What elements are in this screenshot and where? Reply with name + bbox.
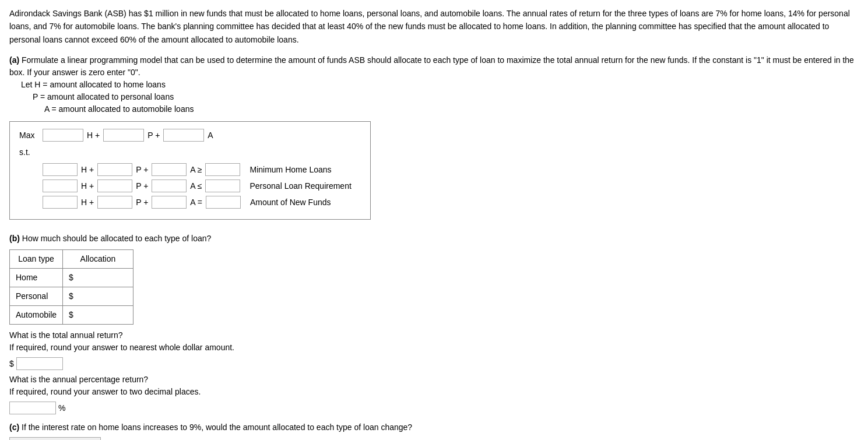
max-p-coeff[interactable] — [103, 129, 144, 142]
a-label: A — [208, 129, 213, 142]
c1-p-coeff[interactable] — [97, 163, 132, 176]
part-b-section: (b) How much should be allocated to each… — [9, 233, 859, 414]
lp-model-box: Max H + P + A s.t. H + P + A ≥ Minimum H… — [9, 121, 371, 220]
percent-return-input[interactable] — [9, 402, 56, 414]
c1-rhs[interactable] — [205, 163, 240, 176]
answer-select[interactable]: - Select your answer - Yes No — [9, 437, 101, 440]
table-header-row: Loan type Allocation — [10, 250, 133, 269]
loan-type-automobile: Automobile — [10, 306, 63, 325]
let-a: A = amount allocated to automobile loans — [44, 103, 859, 115]
c3-p-coeff[interactable] — [97, 196, 132, 209]
c2-a-coeff[interactable] — [152, 179, 187, 192]
part-b-header: (b) How much should be allocated to each… — [9, 233, 859, 245]
c2-h-coeff[interactable] — [43, 179, 78, 192]
percent-symbol: % — [58, 402, 65, 414]
dollar-sign-1: $ — [9, 358, 14, 370]
c2-p-coeff[interactable] — [97, 179, 132, 192]
total-return-input[interactable] — [16, 357, 63, 370]
c3-h-coeff[interactable] — [43, 196, 78, 209]
loan-allocation-table: Loan type Allocation Home $ Personal $ — [9, 249, 133, 325]
max-h-coeff[interactable] — [43, 129, 83, 142]
let-h: Let H = amount allocated to home loans — [21, 79, 859, 91]
constraint-row-2: H + P + A ≤ Personal Loan Requirement — [19, 179, 361, 192]
max-a-coeff[interactable] — [163, 129, 204, 142]
max-label: Max — [19, 129, 40, 142]
constraint-row-3: H + P + A = Amount of New Funds — [19, 196, 361, 209]
c2-rhs[interactable] — [205, 179, 240, 192]
round-note-2: If required, round your answer to two de… — [9, 386, 859, 398]
part-c-section: (c) If the interest rate on home loans i… — [9, 421, 859, 440]
allocation-automobile: $ — [63, 306, 133, 325]
col-allocation: Allocation — [63, 250, 133, 269]
col-loan-type: Loan type — [10, 250, 63, 269]
c3-label: Amount of New Funds — [250, 196, 331, 209]
part-a-header: (a) Formulate a linear programming model… — [9, 54, 859, 79]
percent-return-question: What is the annual percentage return? — [9, 374, 859, 386]
p-plus-label: P + — [147, 129, 160, 142]
intro-paragraph: Adirondack Savings Bank (ASB) has $1 mil… — [9, 7, 859, 46]
part-a-section: (a) Formulate a linear programming model… — [9, 54, 859, 226]
allocation-home: $ — [63, 269, 133, 287]
table-row-personal: Personal $ — [10, 287, 133, 306]
c1-label: Minimum Home Loans — [249, 164, 331, 176]
st-row: s.t. — [19, 146, 361, 159]
h-plus-label: H + — [87, 129, 100, 142]
total-return-answer-row: $ — [9, 357, 859, 370]
home-allocation-input[interactable] — [75, 273, 127, 283]
st-label: s.t. — [19, 146, 30, 159]
personal-allocation-input[interactable] — [75, 292, 127, 301]
table-row-automobile: Automobile $ — [10, 306, 133, 325]
part-c-header: (c) If the interest rate on home loans i… — [9, 421, 859, 434]
loan-type-personal: Personal — [10, 287, 63, 306]
allocation-personal: $ — [63, 287, 133, 306]
variable-definitions: Let H = amount allocated to home loans P… — [21, 79, 859, 115]
constraint-row-1: H + P + A ≥ Minimum Home Loans — [19, 163, 361, 176]
percent-return-answer-row: % — [9, 402, 859, 414]
loan-type-home: Home — [10, 269, 63, 287]
c3-rhs[interactable] — [206, 196, 241, 209]
round-note-1: If required, round your answer to neares… — [9, 342, 859, 354]
automobile-allocation-input[interactable] — [75, 311, 127, 320]
max-row: Max H + P + A — [19, 129, 361, 142]
table-row-home: Home $ — [10, 269, 133, 287]
select-answer-row: - Select your answer - Yes No — [9, 437, 859, 440]
c3-a-coeff[interactable] — [152, 196, 187, 209]
c1-h-coeff[interactable] — [43, 163, 78, 176]
let-p: P = amount allocated to personal loans — [33, 91, 859, 103]
intro-text: Adirondack Savings Bank (ASB) has $1 mil… — [9, 9, 850, 44]
c1-a-coeff[interactable] — [152, 163, 187, 176]
total-return-question: What is the total annual return? — [9, 329, 859, 342]
c2-label: Personal Loan Requirement — [249, 180, 351, 192]
